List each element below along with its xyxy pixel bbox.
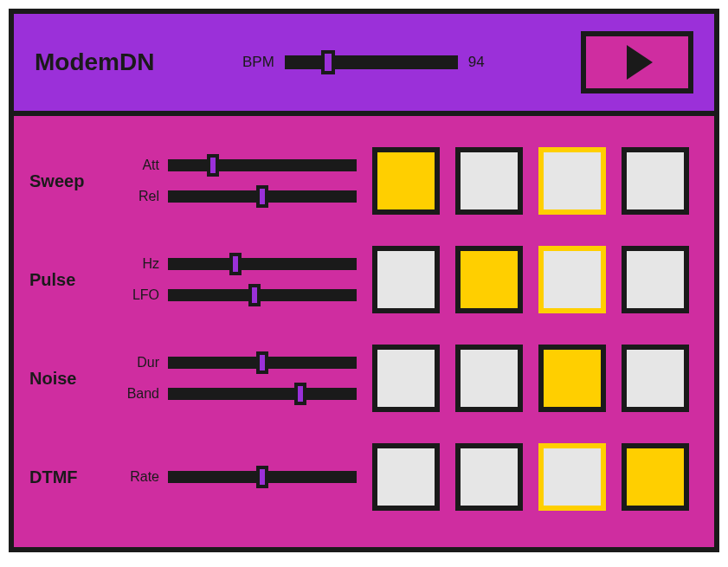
param-slider[interactable] [168, 357, 357, 369]
step-row [372, 345, 699, 412]
step-cell[interactable] [538, 147, 606, 215]
header: ModemDN BPM 94 [14, 14, 714, 116]
step-cell[interactable] [622, 246, 689, 313]
control-label: Att [114, 158, 159, 173]
control-label: Band [114, 386, 159, 402]
step-cell[interactable] [455, 147, 523, 215]
step-cell[interactable] [372, 443, 440, 511]
step-cell[interactable] [622, 147, 689, 215]
control-label: Rel [114, 189, 159, 204]
step-cell[interactable] [455, 443, 523, 511]
param-slider[interactable] [168, 159, 357, 171]
app-title: ModemDN [35, 48, 225, 76]
control-row: Att [114, 158, 357, 173]
bpm-control: BPM 94 [242, 54, 564, 71]
step-cell[interactable] [538, 443, 606, 511]
step-cell[interactable] [622, 345, 689, 412]
step-cell[interactable] [622, 443, 689, 511]
control-row: Band [114, 386, 357, 402]
param-slider-thumb[interactable] [248, 284, 261, 306]
control-label: Rate [114, 469, 159, 485]
step-row [372, 246, 699, 313]
param-slider[interactable] [168, 258, 357, 270]
track-name: Pulse [29, 270, 99, 290]
step-cell[interactable] [372, 345, 440, 412]
step-row [372, 443, 699, 511]
play-icon [627, 45, 653, 80]
bpm-label: BPM [242, 54, 274, 71]
track-name: Sweep [29, 171, 99, 191]
play-button[interactable] [581, 31, 693, 93]
control-label: Dur [114, 355, 159, 370]
track-controls: Rate [114, 469, 357, 485]
control-label: LFO [114, 287, 159, 303]
track-controls: AttRel [114, 158, 357, 204]
control-row: Hz [114, 256, 357, 272]
bpm-value: 94 [468, 54, 485, 71]
tracks-container: SweepAttRelPulseHzLFONoiseDurBandDTMFRat… [14, 116, 714, 547]
control-row: Dur [114, 355, 357, 370]
track-row: NoiseDurBand [29, 329, 699, 428]
sequencer-panel: ModemDN BPM 94 SweepAttRelPulseHzLFONois… [9, 9, 719, 552]
step-cell[interactable] [455, 345, 523, 412]
param-slider[interactable] [168, 190, 357, 203]
step-cell[interactable] [372, 147, 440, 215]
step-cell[interactable] [455, 246, 523, 313]
track-controls: HzLFO [114, 256, 357, 303]
control-row: Rel [114, 189, 357, 204]
param-slider[interactable] [168, 388, 357, 400]
param-slider[interactable] [168, 289, 357, 301]
param-slider-thumb[interactable] [256, 351, 268, 374]
step-row [372, 147, 699, 215]
param-slider-thumb[interactable] [256, 466, 268, 488]
track-name: Noise [29, 369, 99, 389]
bpm-slider-thumb[interactable] [321, 50, 335, 74]
step-cell[interactable] [538, 345, 606, 412]
param-slider-thumb[interactable] [256, 185, 268, 208]
track-name: DTMF [29, 467, 99, 487]
step-cell[interactable] [538, 246, 606, 313]
control-label: Hz [114, 256, 159, 272]
track-controls: DurBand [114, 355, 357, 402]
step-cell[interactable] [372, 246, 440, 313]
control-row: LFO [114, 287, 357, 303]
param-slider-thumb[interactable] [229, 253, 242, 275]
param-slider-thumb[interactable] [207, 154, 219, 177]
control-row: Rate [114, 469, 357, 485]
param-slider[interactable] [168, 471, 357, 483]
track-row: PulseHzLFO [29, 230, 699, 329]
param-slider-thumb[interactable] [294, 383, 306, 405]
bpm-slider[interactable] [285, 55, 458, 69]
track-row: DTMFRate [29, 428, 699, 526]
track-row: SweepAttRel [29, 132, 699, 230]
